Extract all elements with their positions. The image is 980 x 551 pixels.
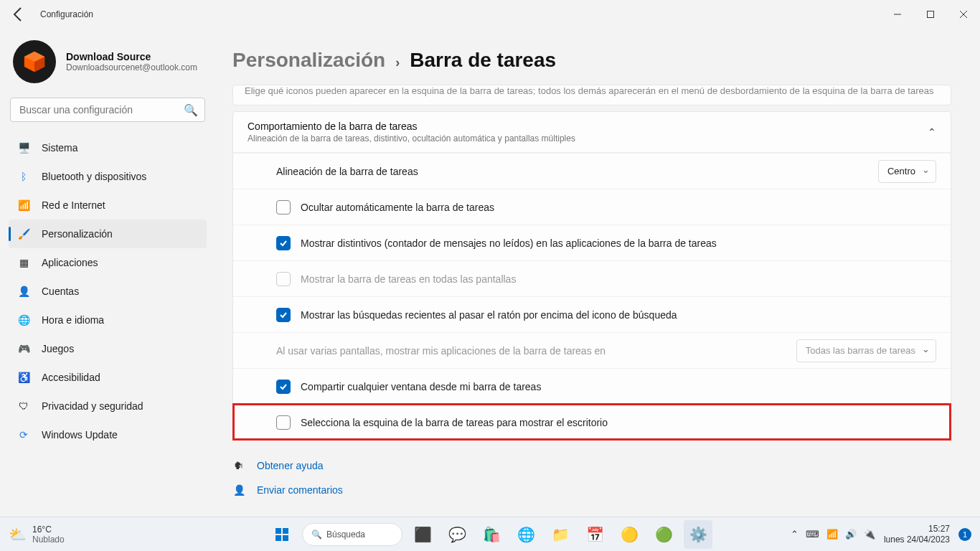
checkbox-autohide[interactable] [276, 200, 291, 215]
tray-icons[interactable]: ⌃ ⌨ 📶 🔊 🔌 [791, 529, 875, 540]
system-tray: ⌃ ⌨ 📶 🔊 🔌 15:27 lunes 24/04/2023 1 [791, 524, 971, 545]
notification-badge[interactable]: 1 [958, 528, 971, 541]
row-label: Ocultar automáticamente la barra de tare… [301, 202, 494, 213]
breadcrumb-parent[interactable]: Personalización [232, 49, 385, 72]
shield-icon: 🛡 [17, 400, 30, 413]
behaviors-header[interactable]: Comportamiento de la barra de tareas Ali… [233, 112, 951, 153]
nav-privacidad[interactable]: 🛡Privacidad y seguridad [9, 392, 207, 420]
checkbox-badges[interactable] [276, 236, 291, 250]
cloud-icon: ⛅ [9, 526, 27, 543]
help-link[interactable]: 🗣 Obtener ayuda [232, 453, 951, 478]
card-subtitle: Elige qué iconos pueden aparecer en la e… [245, 85, 939, 96]
weather-temp: 16°C [32, 524, 65, 534]
store-button[interactable]: 🛍️ [477, 520, 506, 549]
alignment-select[interactable]: Centro [878, 160, 936, 183]
volume-icon[interactable]: 🔊 [845, 529, 857, 540]
wifi-icon: 📶 [17, 199, 30, 212]
corner-overflow-card[interactable]: Elige qué iconos pueden aparecer en la e… [232, 85, 951, 105]
weather-widget[interactable]: ⛅ 16°C Nublado [9, 524, 65, 545]
select-value: Todas las barras de tareas [806, 345, 915, 356]
nav: 🖥️Sistema ᛒBluetooth y dispositivos 📶Red… [9, 133, 207, 449]
wifi-icon[interactable]: 📶 [826, 529, 838, 540]
nav-red[interactable]: 📶Red e Internet [9, 191, 207, 220]
start-button[interactable] [268, 520, 296, 549]
chevron-up-icon[interactable]: ⌃ [791, 529, 798, 540]
taskbar: ⛅ 16°C Nublado 🔍Búsqueda ⬛ 💬 🛍️ 🌐 📁 📅 🟡 … [0, 517, 980, 551]
main-content: Personalización › Barra de tareas Elige … [215, 29, 980, 517]
nav-accesibilidad[interactable]: ♿Accesibilidad [9, 363, 207, 392]
checkbox-desktop-corner[interactable] [276, 415, 291, 430]
account-block[interactable]: Download Source Downloadsourcenet@outloo… [9, 34, 207, 93]
behaviors-card: Comportamiento de la barra de tareas Ali… [232, 111, 951, 441]
taskbar-search[interactable]: 🔍Búsqueda [302, 523, 402, 546]
search-icon: 🔍 [311, 529, 322, 540]
row-label: Mostrar la barra de tareas en todas las … [301, 273, 516, 285]
nav-hora[interactable]: 🌐Hora e idioma [9, 306, 207, 334]
row-all-displays: Mostrar la barra de tareas en todas las … [233, 260, 951, 296]
brush-icon: 🖌️ [17, 227, 30, 240]
row-share-window[interactable]: Compartir cualquier ventana desde mi bar… [233, 368, 951, 404]
search-icon: 🔍 [184, 103, 198, 117]
feedback-link[interactable]: 👤 Enviar comentarios [232, 478, 951, 502]
clock[interactable]: 15:27 lunes 24/04/2023 [884, 524, 950, 545]
svg-rect-4 [275, 535, 281, 541]
account-name: Download Source [66, 51, 197, 62]
row-label: Compartir cualquier ventana desde mi bar… [301, 381, 541, 392]
titlebar: Configuración [0, 0, 980, 29]
keyboard-icon[interactable]: ⌨ [806, 529, 819, 540]
window-title: Configuración [40, 9, 93, 19]
spotify-button[interactable]: 🟢 [649, 520, 678, 549]
chevron-right-icon: › [395, 55, 400, 70]
nav-label: Cuentas [42, 286, 79, 297]
footer-links: 🗣 Obtener ayuda 👤 Enviar comentarios [232, 453, 951, 502]
row-label: Selecciona la esquina de la barra de tar… [301, 417, 608, 428]
nav-update[interactable]: ⟳Windows Update [9, 420, 207, 449]
minimize-button[interactable] [881, 3, 914, 26]
link-text[interactable]: Enviar comentarios [257, 484, 343, 496]
nav-cuentas[interactable]: 👤Cuentas [9, 277, 207, 306]
close-button[interactable] [947, 3, 980, 26]
svg-rect-5 [283, 535, 288, 541]
monitor-icon: 🖥️ [17, 141, 30, 154]
nav-label: Red e Internet [42, 199, 105, 211]
apps-icon: ▦ [17, 256, 30, 269]
help-icon: 🗣 [232, 459, 245, 472]
maximize-button[interactable] [914, 3, 947, 26]
sidebar: Download Source Downloadsourcenet@outloo… [0, 29, 215, 517]
row-desktop-corner[interactable]: Selecciona la esquina de la barra de tar… [233, 404, 951, 440]
search-input[interactable] [10, 98, 205, 122]
edge-button[interactable]: 🌐 [512, 520, 540, 549]
battery-icon[interactable]: 🔌 [864, 529, 875, 540]
chat-button[interactable]: 💬 [443, 520, 471, 549]
row-badges[interactable]: Mostrar distintivos (contador de mensaje… [233, 225, 951, 260]
row-recent-search[interactable]: Mostrar las búsquedas recientes al pasar… [233, 296, 951, 332]
calendar-button[interactable]: 📅 [580, 520, 609, 549]
search-label: Búsqueda [326, 529, 365, 540]
svg-rect-2 [275, 528, 281, 534]
nav-label: Bluetooth y dispositivos [42, 171, 146, 182]
nav-label: Sistema [42, 142, 78, 154]
nav-aplicaciones[interactable]: ▦Aplicaciones [9, 248, 207, 277]
row-autohide[interactable]: Ocultar automáticamente la barra de tare… [233, 189, 951, 225]
link-text[interactable]: Obtener ayuda [257, 460, 324, 471]
chrome-button[interactable]: 🟡 [615, 520, 644, 549]
row-multi-display: Al usar varias pantallas, mostrar mis ap… [233, 332, 951, 368]
nav-juegos[interactable]: 🎮Juegos [9, 334, 207, 363]
row-label: Al usar varias pantallas, mostrar mis ap… [276, 345, 606, 357]
checkbox-recent-search[interactable] [276, 308, 291, 322]
back-button[interactable] [10, 6, 27, 23]
page-title: Barra de tareas [410, 49, 556, 72]
settings-button[interactable]: ⚙️ [684, 520, 712, 549]
checkbox-share-window[interactable] [276, 380, 291, 394]
checkbox-all-displays [276, 272, 291, 286]
taskview-button[interactable]: ⬛ [408, 520, 437, 549]
chevron-up-icon: ⌃ [928, 126, 936, 138]
taskbar-center: 🔍Búsqueda ⬛ 💬 🛍️ 🌐 📁 📅 🟡 🟢 ⚙️ [268, 520, 712, 549]
nav-sistema[interactable]: 🖥️Sistema [9, 133, 207, 162]
nav-personalizacion[interactable]: 🖌️Personalización [9, 220, 207, 248]
date: lunes 24/04/2023 [884, 534, 950, 545]
nav-label: Hora e idioma [42, 314, 104, 326]
account-email: Downloadsourcenet@outlook.com [66, 62, 197, 72]
explorer-button[interactable]: 📁 [546, 520, 575, 549]
nav-bluetooth[interactable]: ᛒBluetooth y dispositivos [9, 162, 207, 191]
